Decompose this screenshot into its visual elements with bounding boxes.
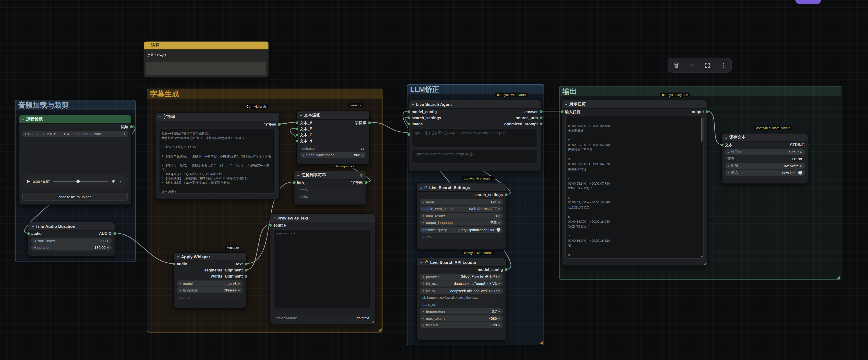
widget-enable-web-search[interactable]: enable_web_search Web Search OFF ▶	[420, 205, 503, 212]
seek-slider[interactable]	[53, 181, 108, 182]
node-header[interactable]: ≡ Preview as Text	[270, 214, 375, 222]
node-header[interactable]: ≡ 任意到字符串 ?	[294, 171, 366, 179]
collapse-icon[interactable]: ≡	[420, 260, 423, 264]
scrollbar-thumb[interactable]	[701, 117, 703, 142]
collapse-icon[interactable]: ≡	[177, 255, 179, 258]
decrement-arrow[interactable]: ◀	[423, 275, 424, 278]
node-show-any[interactable]: ≡ 展示任何 输入任何 output 1 00:00:00,000 --> 00…	[561, 100, 708, 266]
widget-clean-whitespace[interactable]: ◀ clean_whitespace true ▶	[300, 152, 366, 158]
widget-append[interactable]: ◀ 附加 overwrite ▶	[724, 163, 805, 169]
help-icon[interactable]: ?	[360, 173, 363, 177]
widget-start-index[interactable]: ◀ start_index 0.00 ▶	[31, 238, 112, 244]
widget-base-url[interactable]: base_url	[420, 301, 503, 307]
increment-arrow[interactable]: ▶	[238, 282, 240, 284]
decrement-arrow[interactable]: ◀	[423, 221, 424, 224]
trash-icon[interactable]	[671, 59, 681, 71]
node-header[interactable]: ≡ 保存文本	[722, 134, 808, 142]
output-port-search-settings[interactable]: search_settings	[473, 193, 502, 197]
decrement-arrow[interactable]: ◀	[34, 246, 36, 249]
input-port-text-b[interactable]: 文本_B	[301, 126, 313, 132]
next-arrow[interactable]: ▶	[124, 132, 126, 135]
widget-preview-mode[interactable]: previewMode Plaintext	[273, 315, 372, 321]
output-port-model-config[interactable]: model_config	[478, 268, 502, 272]
input-port-any[interactable]: 输入任何	[566, 109, 580, 115]
toggle-knob[interactable]	[798, 171, 802, 175]
output-port-output[interactable]: output	[692, 110, 703, 114]
node-header[interactable]: ≡ 加载音频	[19, 115, 131, 124]
node-preview-as-text[interactable]: ≡ Preview as Text source preview_text pr…	[270, 214, 375, 324]
decrement-arrow[interactable]: ◀	[423, 282, 424, 285]
input-port-audio[interactable]: audio	[178, 262, 187, 266]
widget-output-language[interactable]: ◀ output_language 中文 ▶	[420, 220, 503, 226]
decrement-arrow[interactable]: ◀	[423, 214, 424, 217]
output-port-words[interactable]: words_alignment	[211, 274, 242, 278]
widget-optimize-query[interactable]: optimize_query Query Optimization ON	[420, 226, 503, 232]
widget-proxy[interactable]: proxy	[420, 233, 503, 240]
widget-model[interactable]: ◀ model large-v3 ▶	[177, 280, 243, 286]
canvas-toolbar[interactable]: ⋮	[668, 58, 732, 73]
queue-pill[interactable]	[796, 0, 821, 4]
more-options-icon[interactable]: ⋮	[718, 59, 729, 71]
node-live-search-api-loader[interactable]: ≡ Live Search API Loader model_config ◀ …	[416, 258, 506, 341]
output-port-audio[interactable]: 音频	[120, 124, 127, 130]
node-header[interactable]: ≡ Live Search Agent	[408, 100, 541, 109]
output-port-audio[interactable]: AUDIO	[99, 232, 111, 236]
prev-arrow[interactable]: ◀	[24, 132, 26, 135]
node-string-literal[interactable]: ≡ 字符串 字符串 你是一个高阶精确的字幕生成机器。 我将提供 Whisper …	[155, 112, 279, 199]
decrement-arrow[interactable]: ◀	[727, 150, 730, 153]
output-port-segments[interactable]: segments_alignment	[204, 268, 242, 272]
increment-arrow[interactable]: ▶	[498, 282, 500, 285]
input-port-text[interactable]: 文本	[726, 142, 733, 148]
widget-language[interactable]: ◀ language Chinese ▶	[177, 287, 243, 293]
node-load-audio[interactable]: ≡ 加载音频 音频 ◀ DJI_23_20251019_221942-enhan…	[18, 115, 132, 205]
group-resize-handle[interactable]	[378, 328, 381, 331]
widget-max-tokens[interactable]: ◀ max_tokens 4080 ▶	[420, 315, 503, 321]
increment-arrow[interactable]: ▶	[498, 317, 500, 320]
collapse-icon[interactable]: ≡	[159, 115, 161, 119]
increment-arrow[interactable]: ▶	[498, 310, 500, 312]
collapse-icon[interactable]: ≡	[412, 102, 414, 106]
increment-arrow[interactable]: ▶	[498, 214, 500, 217]
note-text[interactable]: 字幕生成与矫正	[144, 50, 269, 60]
increment-arrow[interactable]: ▶	[107, 239, 109, 242]
widget-file[interactable]: 文件 111.srt	[724, 156, 805, 162]
seek-knob[interactable]	[76, 179, 80, 183]
preview-textarea[interactable]: preview_text	[274, 229, 372, 308]
collapse-icon[interactable]: ≡	[297, 173, 300, 177]
increment-arrow[interactable]: ▶	[107, 246, 109, 249]
user-input-textarea[interactable]: 你好，北京现在天气怎么样？ / What is the weather in B…	[412, 129, 538, 147]
node-any-to-string[interactable]: ≡ 任意到字符串 ? 输入 字符串 prefix suffix	[293, 171, 366, 205]
player-menu-icon[interactable]: ⋮	[118, 179, 123, 184]
node-header[interactable]: ≡ Apply Whisper	[174, 253, 246, 261]
input-port-audio[interactable]: audio	[32, 232, 42, 236]
decrement-arrow[interactable]: ◀	[423, 200, 424, 203]
string-textarea[interactable]: 你是一个高阶精确的字幕生成机器。 我将提供 Whisper 的原始数据，请将其转…	[159, 129, 276, 194]
node-resize-handle[interactable]	[704, 262, 706, 265]
play-icon[interactable]: ▶	[27, 179, 30, 184]
decrement-arrow[interactable]: ◀	[727, 171, 730, 174]
output-port-source-urls[interactable]: source_urls	[516, 116, 537, 120]
input-port-text-d[interactable]: 文本_d	[301, 138, 312, 144]
input-port-any[interactable]: 输入	[298, 180, 305, 185]
widget-provider[interactable]: ◀ provider SiliconFlow (硅基流动) ▶	[420, 273, 503, 279]
decrement-arrow[interactable]: ◀	[34, 239, 36, 242]
scroll-down-icon[interactable]: ▼	[701, 256, 703, 258]
node-trim-audio[interactable]: ≡ Trim Audio Duration audio AUDIO ◀ star…	[28, 222, 115, 256]
collapse-icon[interactable]: ≡	[274, 216, 276, 220]
output-port-answer[interactable]: answer	[525, 110, 537, 114]
input-port-text-a[interactable]: 文本_A	[301, 120, 313, 126]
increment-arrow[interactable]: ▶	[498, 207, 500, 210]
widget-prompt[interactable]: prompt	[177, 294, 243, 300]
node-header[interactable]: ≡ 字符串	[156, 113, 279, 121]
note-header[interactable]: ≡ 注释	[144, 41, 269, 50]
widget-suffix[interactable]: suffix	[297, 193, 363, 199]
widget-api-key[interactable]: sk-biguwplxsyfowvjljoiditroalkwilzxy ...	[420, 295, 503, 301]
increment-arrow[interactable]: ▶	[498, 275, 500, 278]
widget-root-dir[interactable]: ◀ 根目录 output ▶	[724, 149, 805, 155]
increment-arrow[interactable]: ▶	[238, 289, 240, 292]
show-any-text[interactable]: 1 00:00:00,000 --> 00:00:00,520 手拿来发好 2 …	[566, 116, 703, 258]
widget-prefix[interactable]: prefix	[297, 187, 363, 193]
input-port-image[interactable]: image	[412, 122, 423, 126]
widget-insert[interactable]: ◀ 插入 new line	[724, 169, 805, 175]
collapse-icon[interactable]: ≡	[22, 117, 24, 121]
